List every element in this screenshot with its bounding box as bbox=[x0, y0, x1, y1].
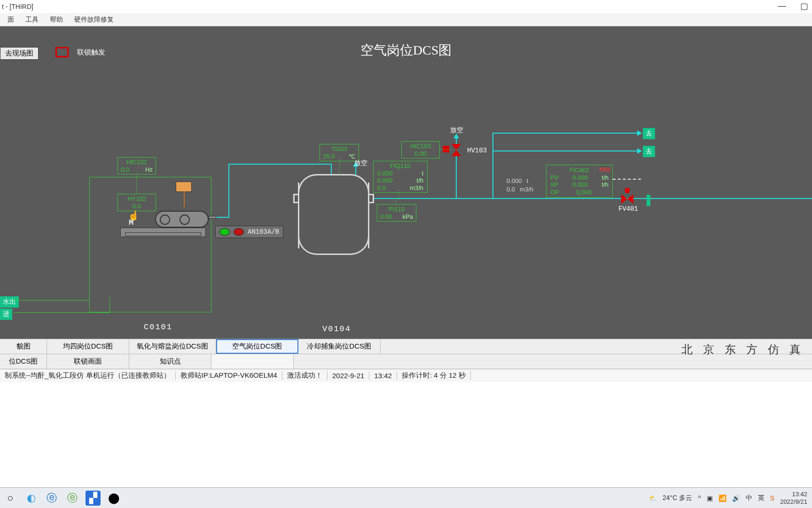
u: m3/h bbox=[410, 184, 423, 192]
tab-interlock[interactable]: 联锁画面 bbox=[47, 354, 129, 369]
u: t/h bbox=[602, 174, 609, 182]
tray-chevron-icon[interactable]: ^ bbox=[698, 494, 701, 502]
fic401-link-h bbox=[613, 179, 641, 180]
pipe bbox=[216, 217, 229, 218]
tag-unit: Hz bbox=[145, 166, 153, 174]
tag-value: 0.0 bbox=[121, 203, 153, 210]
tab-j4[interactable]: 均四岗位DCS图 bbox=[47, 339, 129, 354]
motor-m-icon: M bbox=[129, 218, 133, 227]
interlock-icon[interactable] bbox=[55, 47, 69, 57]
tag-ti103[interactable]: TI103 25.0℃ bbox=[320, 144, 359, 161]
tag-fic401[interactable]: FIC401 MAN PV0.000t/h SP0.000t/h OP0.000 bbox=[546, 165, 613, 198]
app1-icon[interactable]: ▞ bbox=[86, 491, 101, 506]
pipe-main bbox=[374, 198, 812, 199]
tag-hic102[interactable]: HIC102 0.0Hz bbox=[117, 157, 156, 175]
clock[interactable]: 13:42 2022/9/21 bbox=[780, 491, 807, 505]
tray-sogou-icon[interactable]: S bbox=[770, 494, 774, 502]
tab-oxidation[interactable]: 氧化与熔盐岗位DCS图 bbox=[129, 339, 216, 354]
weather-text[interactable]: 24°C 多云 bbox=[663, 494, 692, 502]
v: 0.000 bbox=[576, 189, 592, 196]
tag-name: PI110 bbox=[380, 206, 413, 213]
tag-name: HY102 bbox=[121, 195, 153, 203]
tag-hy102[interactable]: HY102 0.0 bbox=[117, 194, 156, 211]
tray-wifi-icon[interactable]: 📶 bbox=[718, 494, 726, 502]
statusbar: 制系统--均酐_氧化工段仿 单机运行（已连接教师站） 教师站IP:LAPTOP-… bbox=[0, 369, 812, 382]
pi110-link bbox=[396, 198, 396, 205]
controller-mode: MAN bbox=[600, 167, 610, 174]
weather-icon[interactable]: ⛅ bbox=[649, 494, 657, 502]
pump-wheel-icon bbox=[180, 214, 190, 225]
v: 0.0 bbox=[377, 184, 386, 192]
app2-icon[interactable]: ⬤ bbox=[103, 488, 124, 508]
tag-pi110[interactable]: PI110 0.00kPa bbox=[377, 204, 416, 222]
status-time: 13:42 bbox=[369, 372, 397, 380]
u: t/h bbox=[417, 177, 423, 184]
menu-item[interactable]: 面 bbox=[2, 16, 20, 24]
page-title: 空气岗位DCS图 bbox=[360, 41, 452, 59]
tag-value: 0.00 bbox=[380, 213, 392, 221]
v: 0.000 bbox=[507, 177, 522, 185]
pipe-branch-h2 bbox=[492, 151, 639, 151]
blank-area bbox=[0, 382, 812, 487]
tag-hic103[interactable]: HIC103 0.00 bbox=[401, 141, 440, 159]
tab-overview[interactable]: 貌图 bbox=[0, 339, 47, 354]
v: 0.0 bbox=[507, 185, 515, 194]
tray-battery-icon[interactable]: ▣ bbox=[707, 494, 713, 502]
ie-icon[interactable]: ⓔ bbox=[41, 488, 62, 508]
pump-base-2 bbox=[125, 232, 201, 236]
valve-actuator-icon bbox=[625, 188, 630, 193]
status-date: 2022-9-21 bbox=[328, 372, 369, 380]
menubar: 面 工具 帮助 硬件故障修复 bbox=[0, 13, 812, 26]
maximize-button[interactable]: ▢ bbox=[800, 1, 808, 11]
pipe-branch-v bbox=[492, 133, 493, 199]
status-teacher-ip: 教师站IP:LAPTOP-VK6OELM4 bbox=[176, 371, 282, 380]
pump-wheel-icon bbox=[160, 214, 170, 225]
tray-keyboard-icon[interactable]: 英 bbox=[758, 494, 765, 502]
tab-empty[interactable] bbox=[211, 354, 294, 369]
u: t bbox=[527, 177, 529, 185]
l: PV bbox=[550, 174, 558, 182]
arrow-right-icon bbox=[637, 130, 642, 136]
taskbar: ○ ◐ ⓔ ⓔ ▞ ⬤ ⛅ 24°C 多云 ^ ▣ 📶 🔊 中 英 S 13:4… bbox=[0, 487, 812, 508]
water-in-tag: 进 bbox=[0, 309, 12, 320]
vessel-nozzle bbox=[293, 194, 298, 203]
interlock-label: 联锁触发 bbox=[77, 48, 105, 57]
pump-status-panel[interactable]: AN103A/B bbox=[215, 226, 283, 238]
clock-date: 2022/9/21 bbox=[780, 498, 807, 506]
pipe bbox=[331, 164, 332, 174]
hic103-link bbox=[440, 149, 451, 150]
status-activation: 激活成功！ bbox=[282, 371, 328, 380]
tab-cooling[interactable]: 冷却捕集岗位DCS图 bbox=[298, 339, 381, 354]
vent-label: 放空 bbox=[450, 126, 463, 135]
pipe-branch-h1 bbox=[492, 133, 639, 134]
vessel-v0104[interactable] bbox=[298, 174, 369, 255]
vessel-nozzle bbox=[369, 194, 374, 203]
tag-name: FIQ110 bbox=[377, 162, 423, 170]
browser2-icon[interactable]: ⓔ bbox=[62, 488, 83, 508]
pipe-water-in-v bbox=[109, 297, 110, 313]
menu-tools[interactable]: 工具 bbox=[20, 16, 44, 24]
pipe-water-in-h bbox=[13, 312, 110, 313]
tag-value: 25.0 bbox=[323, 153, 335, 160]
cortana-icon[interactable]: ○ bbox=[0, 488, 21, 508]
go-site-button[interactable]: 去现场图 bbox=[0, 47, 39, 60]
tab-air[interactable]: 空气岗位DCS图 bbox=[216, 339, 298, 354]
pump-body[interactable] bbox=[155, 211, 209, 228]
menu-hardware-repair[interactable]: 硬件故障修复 bbox=[69, 16, 119, 24]
browser1-icon[interactable]: ◐ bbox=[21, 488, 41, 508]
menu-help[interactable]: 帮助 bbox=[44, 16, 69, 24]
clock-time: 13:42 bbox=[792, 491, 807, 498]
tab-dcs[interactable]: 位DCS图 bbox=[0, 354, 47, 369]
valve-hv103[interactable] bbox=[452, 144, 461, 156]
valve-fv401[interactable] bbox=[621, 194, 633, 204]
relay-icon bbox=[176, 182, 192, 192]
tray-volume-icon[interactable]: 🔊 bbox=[732, 494, 740, 502]
minimize-button[interactable]: — bbox=[778, 1, 786, 11]
hic102-link bbox=[136, 173, 137, 194]
tab-knowledge[interactable]: 知识点 bbox=[129, 354, 211, 369]
valve-label: FV401 bbox=[618, 205, 638, 213]
tray-ime-icon[interactable]: 中 bbox=[746, 494, 752, 502]
tag-fiq110[interactable]: FIQ110 0.000t 0.000t/h 0.0m3/h bbox=[373, 161, 428, 193]
arrow-right-icon bbox=[637, 148, 642, 154]
pump-id: AN103A/B bbox=[248, 228, 279, 236]
